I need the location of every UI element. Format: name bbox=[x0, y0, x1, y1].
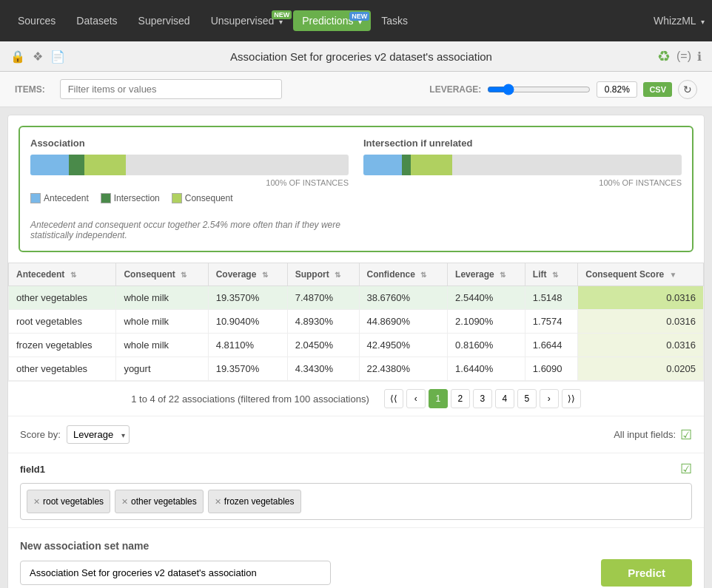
col-leverage[interactable]: Leverage ⇅ bbox=[448, 263, 525, 286]
table-row[interactable]: frozen vegetables whole milk 4.8110% 2.0… bbox=[9, 334, 704, 357]
left-bar-empty bbox=[126, 155, 349, 175]
left-bar bbox=[30, 155, 349, 175]
page-prev-btn[interactable]: ‹ bbox=[406, 389, 426, 408]
score-select-wrapper: Leverage ▾ bbox=[67, 425, 130, 444]
assoc-right-title: Intersection if unrelated bbox=[363, 138, 682, 149]
all-input-fields-label: All input fields: bbox=[614, 429, 676, 440]
cell-leverage: 2.5440% bbox=[448, 286, 525, 310]
predictions-badge: NEW bbox=[349, 12, 369, 21]
page-title: Association Set for groceries v2 dataset… bbox=[73, 50, 650, 63]
page-first-btn[interactable]: ⟨⟨ bbox=[384, 389, 403, 408]
page-4-btn[interactable]: 4 bbox=[495, 389, 514, 408]
cell-antecedent: other vegetables bbox=[9, 357, 116, 381]
field-name: field1 bbox=[20, 464, 45, 475]
legend-consequent-box bbox=[172, 193, 182, 203]
cell-leverage: 1.6440% bbox=[448, 357, 525, 381]
leverage-slider[interactable] bbox=[487, 84, 591, 95]
tag-root-vegetables-remove[interactable]: ✕ bbox=[33, 497, 40, 507]
col-lift[interactable]: Lift ⇅ bbox=[525, 263, 577, 286]
header-bar: 🔒 ❖ 📄 Association Set for groceries v2 d… bbox=[0, 41, 712, 72]
left-instances-label: 100% OF INSTANCES bbox=[30, 178, 349, 187]
cell-consequent: whole milk bbox=[116, 286, 208, 310]
cell-lift: 1.5148 bbox=[525, 286, 577, 310]
col-score[interactable]: Consequent Score ▼ bbox=[578, 263, 704, 286]
leverage-label: LEVERAGE: bbox=[429, 84, 481, 95]
page-last-btn[interactable]: ⟩⟩ bbox=[562, 389, 581, 408]
predict-button[interactable]: Predict bbox=[601, 559, 692, 587]
tag-other-vegetables-label: other vegetables bbox=[131, 496, 197, 507]
refresh-action-btn[interactable]: ♻ bbox=[657, 47, 671, 65]
table-row[interactable]: other vegetables yogurt 19.3570% 4.3430%… bbox=[9, 357, 704, 381]
sort-antecedent-icon: ⇅ bbox=[70, 271, 76, 279]
field-tags-box: ✕ root vegetables ✕ other vegetables ✕ f… bbox=[20, 483, 692, 520]
cell-support: 4.3430% bbox=[287, 357, 359, 381]
lock-icon[interactable]: 🔒 bbox=[10, 50, 25, 64]
new-assoc-title: New association set name bbox=[20, 540, 692, 552]
right-bar bbox=[363, 155, 682, 175]
cell-confidence: 22.4380% bbox=[359, 357, 448, 381]
cell-leverage: 2.1090% bbox=[448, 310, 525, 334]
cell-consequent: whole milk bbox=[116, 310, 208, 334]
col-confidence[interactable]: Confidence ⇅ bbox=[359, 263, 448, 286]
table-row[interactable]: other vegetables whole milk 19.3570% 7.4… bbox=[9, 286, 704, 310]
nav-sources[interactable]: Sources bbox=[7, 9, 66, 33]
code-action-btn[interactable]: (=) bbox=[676, 50, 691, 63]
navbar: Sources Datasets Supervised Unsupervised… bbox=[0, 0, 712, 41]
field-header: field1 ☑ bbox=[20, 461, 692, 477]
field-check[interactable]: ☑ bbox=[680, 461, 692, 477]
new-assoc-input[interactable] bbox=[20, 561, 331, 585]
page-2-btn[interactable]: 2 bbox=[451, 389, 470, 408]
col-consequent[interactable]: Consequent ⇅ bbox=[116, 263, 208, 286]
nav-brand[interactable]: WhizzML ▾ bbox=[654, 15, 705, 27]
table-row[interactable]: root vegetables whole milk 10.9040% 4.89… bbox=[9, 310, 704, 334]
left-bar-consequent bbox=[84, 155, 126, 175]
main-content: Association 100% OF INSTANCES Antecedent… bbox=[7, 115, 705, 588]
nav-tasks[interactable]: Tasks bbox=[371, 9, 418, 33]
col-coverage[interactable]: Coverage ⇅ bbox=[208, 263, 287, 286]
items-filter-input[interactable] bbox=[60, 79, 282, 99]
tag-root-vegetables: ✕ root vegetables bbox=[27, 490, 110, 513]
cell-support: 2.0450% bbox=[287, 334, 359, 357]
tag-frozen-vegetables-remove[interactable]: ✕ bbox=[215, 497, 221, 507]
csv-button[interactable]: CSV bbox=[643, 82, 672, 97]
right-bar-intersection bbox=[402, 155, 412, 175]
viz-description: Antecedent and consequent occur together… bbox=[30, 220, 349, 240]
page-1-btn[interactable]: 1 bbox=[429, 389, 448, 408]
nav-datasets[interactable]: Datasets bbox=[66, 9, 127, 33]
info-action-btn[interactable]: ℹ bbox=[697, 50, 702, 64]
col-antecedent[interactable]: Antecedent ⇅ bbox=[9, 263, 116, 286]
doc-icon[interactable]: 📄 bbox=[50, 50, 65, 64]
header-actions: ♻ (=) ℹ bbox=[657, 47, 702, 65]
all-input-fields-check[interactable]: ☑ bbox=[680, 427, 692, 443]
association-viz: Association 100% OF INSTANCES Antecedent… bbox=[19, 126, 693, 252]
col-support[interactable]: Support ⇅ bbox=[287, 263, 359, 286]
field-section: field1 ☑ ✕ root vegetables ✕ other veget… bbox=[8, 453, 704, 527]
cell-coverage: 19.3570% bbox=[208, 286, 287, 310]
tag-other-vegetables-remove[interactable]: ✕ bbox=[121, 497, 128, 507]
page-5-btn[interactable]: 5 bbox=[517, 389, 537, 408]
pagination-info: 1 to 4 of 22 associations (filtered from… bbox=[131, 393, 369, 405]
nav-supervised[interactable]: Supervised bbox=[128, 9, 201, 33]
page-next-btn[interactable]: › bbox=[540, 389, 559, 408]
refresh-btn[interactable]: ↻ bbox=[678, 80, 697, 99]
cell-lift: 1.6644 bbox=[525, 334, 577, 357]
legend: Antecedent Intersection Consequent Antec… bbox=[30, 193, 349, 240]
tree-icon[interactable]: ❖ bbox=[33, 50, 43, 64]
score-select[interactable]: Leverage bbox=[67, 425, 130, 444]
assoc-right: Intersection if unrelated 100% OF INSTAN… bbox=[363, 138, 682, 240]
cell-lift: 1.6090 bbox=[525, 357, 577, 381]
sort-support-icon: ⇅ bbox=[335, 271, 340, 279]
nav-unsupervised[interactable]: Unsupervised ▾ NEW bbox=[201, 9, 294, 33]
right-bar-consequent bbox=[411, 155, 452, 175]
filter-bar: ITEMS: LEVERAGE: 0.82% CSV ↻ bbox=[0, 72, 712, 107]
cell-support: 4.8930% bbox=[287, 310, 359, 334]
all-input-fields: All input fields: ☑ bbox=[614, 427, 692, 443]
cell-antecedent: other vegetables bbox=[9, 286, 116, 310]
new-assoc-section: New association set name Predict bbox=[8, 527, 704, 588]
page-3-btn[interactable]: 3 bbox=[473, 389, 492, 408]
nav-predictions[interactable]: Predictions ▾ NEW bbox=[293, 10, 371, 31]
association-table: Antecedent ⇅ Consequent ⇅ Coverage ⇅ Sup… bbox=[8, 263, 704, 381]
score-section: Score by: Leverage ▾ All input fields: ☑ bbox=[8, 416, 704, 453]
legend-antecedent-label: Antecedent bbox=[44, 193, 89, 203]
legend-intersection: Intersection bbox=[101, 193, 160, 203]
